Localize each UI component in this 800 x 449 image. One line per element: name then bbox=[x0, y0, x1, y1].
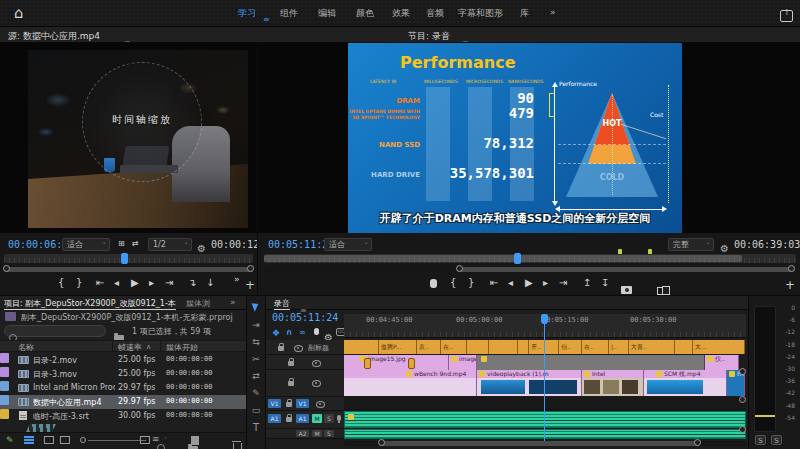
video-clip[interactable]: videoplayback (1).m bbox=[477, 370, 582, 396]
solo-button[interactable]: S bbox=[324, 430, 334, 437]
list-view-button[interactable] bbox=[24, 436, 34, 444]
caption-track-clips[interactable]: 傲腾P... 表.. 在.. 开.. 但.. 在.. |.. 大普.. 大... bbox=[344, 340, 746, 355]
delete-button[interactable] bbox=[233, 443, 242, 449]
caption-clip[interactable] bbox=[344, 340, 379, 354]
label-chip[interactable] bbox=[0, 353, 9, 363]
project-row[interactable]: Intel and Micron Produce Br 29.97 fps 00… bbox=[0, 381, 246, 395]
source-patch-a1[interactable]: A1 bbox=[268, 414, 281, 423]
video-clip-selected[interactable] bbox=[477, 355, 705, 370]
pen-tool[interactable]: ✎ bbox=[247, 385, 265, 402]
a2-track-header[interactable]: A2 M S bbox=[266, 429, 344, 439]
video-clip[interactable]: image16 bbox=[449, 355, 477, 370]
program-playhead[interactable] bbox=[514, 253, 521, 264]
track-resize-handle[interactable] bbox=[739, 396, 746, 403]
workspace-tab-audio[interactable]: 音频 bbox=[426, 7, 444, 20]
nest-toggle-icon[interactable] bbox=[272, 326, 280, 341]
item-name[interactable]: 数据中心应用.mp4 bbox=[33, 397, 115, 408]
lock-icon[interactable] bbox=[286, 417, 292, 422]
find-button[interactable] bbox=[157, 444, 165, 449]
freeform-view-button[interactable] bbox=[60, 436, 70, 444]
caption-clip[interactable] bbox=[518, 340, 529, 354]
project-tab[interactable]: 项目: 副本_DepuStor-X2900P_改版0912_1-本机-无彩蒙 bbox=[4, 298, 176, 310]
caption-track-header[interactable]: 副标题 bbox=[266, 340, 344, 355]
item-name[interactable]: 目录-3.mov bbox=[33, 369, 115, 380]
project-tabs-overflow[interactable]: » bbox=[230, 297, 236, 307]
razor-tool[interactable]: ✂ bbox=[247, 351, 265, 368]
track-visibility-icon[interactable] bbox=[312, 380, 321, 387]
scroll-handle-right[interactable] bbox=[694, 439, 701, 446]
track-resize-handle[interactable] bbox=[739, 426, 746, 433]
sort-icon[interactable] bbox=[152, 434, 160, 444]
play-button[interactable] bbox=[525, 276, 533, 290]
export-icon[interactable] bbox=[780, 10, 793, 22]
voiceover-record-icon[interactable] bbox=[337, 415, 341, 421]
project-row[interactable]: 临时-高压-3.srt 30.00 fps 00:00:00:00 bbox=[0, 409, 246, 423]
label-chip[interactable] bbox=[0, 367, 9, 377]
comparison-view-button[interactable] bbox=[657, 287, 668, 295]
workspace-tab-color[interactable]: 颜色 bbox=[356, 7, 374, 20]
source-playhead[interactable] bbox=[121, 253, 128, 264]
slip-tool[interactable]: ⇄ bbox=[247, 368, 265, 385]
a1-track-header[interactable]: A1 A1 M S bbox=[266, 411, 344, 429]
track-target-a2[interactable]: A2 bbox=[296, 430, 309, 437]
zoom-slider-track[interactable] bbox=[88, 440, 146, 441]
mute-button[interactable]: M bbox=[312, 414, 322, 423]
lock-icon[interactable] bbox=[278, 346, 284, 351]
media-browser-tab[interactable]: 媒体浏 bbox=[186, 298, 210, 309]
column-media-start[interactable]: 媒体开始 bbox=[166, 342, 198, 353]
track-select-tool[interactable]: ⇥ bbox=[247, 317, 265, 334]
caption-clip[interactable]: 表.. bbox=[417, 340, 441, 354]
scroll-handle-right[interactable] bbox=[788, 265, 795, 272]
v2-track-clips[interactable]: wBench 9nd.mp4 videoplayback (1).m Intel… bbox=[344, 370, 746, 396]
go-to-in-button[interactable] bbox=[490, 276, 498, 290]
project-row-selected[interactable]: 数据中心应用.mp4 29.97 fps 00:00:00:00 bbox=[0, 395, 246, 409]
caption-clip[interactable]: |.. bbox=[609, 340, 629, 354]
overwrite-button[interactable] bbox=[206, 276, 214, 290]
track-visibility-icon[interactable] bbox=[294, 345, 303, 352]
project-row[interactable]: 目录-3.mov 25.00 fps 00:00:00:00 bbox=[0, 367, 246, 381]
export-frame-button[interactable] bbox=[621, 286, 632, 294]
type-tool[interactable]: T bbox=[247, 419, 265, 436]
writable-pencil-icon[interactable]: ✎ bbox=[6, 435, 14, 445]
v1-track-header[interactable]: V1 V1 bbox=[266, 397, 344, 411]
caption-clip[interactable]: 但.. bbox=[559, 340, 582, 354]
ripple-edit-tool[interactable]: ⇆ bbox=[247, 334, 265, 351]
source-zoom-dropdown[interactable]: 1/2 bbox=[148, 238, 192, 251]
rectangle-tool[interactable]: ▭ bbox=[247, 402, 265, 419]
track-target-v1[interactable]: V1 bbox=[296, 399, 309, 408]
source-monitor-tab[interactable]: 源: 数据中心应用.mp4 bbox=[8, 30, 100, 43]
column-name[interactable]: 名称 bbox=[18, 342, 34, 353]
mark-in-button[interactable] bbox=[450, 276, 456, 290]
caption-clip[interactable]: 在.. bbox=[441, 340, 467, 354]
item-name[interactable]: 临时-高压-3.srt bbox=[33, 411, 115, 422]
workspace-tab-editing[interactable]: 编辑 bbox=[318, 7, 336, 20]
timeline-timecode[interactable]: 00:05:11:24 bbox=[272, 312, 338, 323]
v3-track-clips[interactable]: image15.jpg image16 仪.. bbox=[344, 355, 746, 370]
workspace-tab-libraries[interactable]: 库 bbox=[520, 7, 529, 20]
go-to-out-button[interactable] bbox=[559, 276, 567, 290]
source-patch-v1[interactable]: V1 bbox=[268, 399, 281, 408]
lock-icon[interactable] bbox=[286, 402, 292, 407]
label-chip[interactable] bbox=[0, 395, 9, 405]
go-to-in-button[interactable] bbox=[96, 276, 104, 290]
selection-tool[interactable] bbox=[247, 300, 265, 317]
workspace-tab-assembly[interactable]: 组件 bbox=[280, 7, 298, 20]
home-icon[interactable] bbox=[14, 3, 24, 22]
zoom-slider-knob[interactable] bbox=[80, 437, 86, 443]
a2-audio-clip[interactable] bbox=[344, 429, 746, 439]
item-name[interactable]: 目录-2.mov bbox=[33, 355, 115, 366]
solo-left-button[interactable]: S bbox=[755, 435, 766, 445]
lock-icon[interactable] bbox=[288, 381, 294, 386]
track-resize-handle[interactable] bbox=[739, 368, 746, 375]
sort-ascending-icon[interactable]: ∧ bbox=[146, 343, 151, 351]
workspace-tab-learning[interactable]: 学习 bbox=[238, 7, 256, 20]
step-back-button[interactable] bbox=[508, 276, 513, 290]
sequence-tab[interactable]: 录音 bbox=[274, 298, 290, 310]
scroll-handle-right[interactable] bbox=[247, 265, 254, 272]
caption-clip[interactable] bbox=[675, 340, 693, 354]
scroll-handle-left[interactable] bbox=[456, 265, 463, 272]
caption-clip[interactable]: 大普.. bbox=[629, 340, 675, 354]
scroll-handle-left[interactable] bbox=[3, 265, 10, 272]
new-item-button[interactable] bbox=[191, 436, 199, 445]
solo-right-button[interactable]: S bbox=[771, 435, 782, 445]
